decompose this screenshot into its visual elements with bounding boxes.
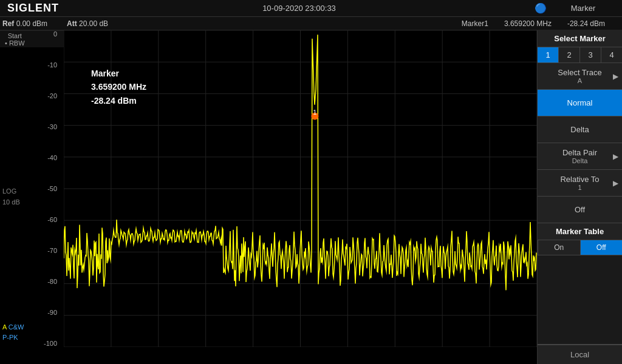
- start-label: Start: [8, 32, 22, 39]
- logo: SIGLENT: [0, 2, 66, 15]
- delta-btn[interactable]: Delta: [538, 116, 622, 143]
- marker-buttons: 1 2 3 4: [538, 47, 622, 63]
- marker-table-off-btn[interactable]: Off: [580, 240, 623, 255]
- datetime: 10-09-2020 23:00:33: [66, 4, 532, 13]
- delta-pair-btn[interactable]: Delta Pair Delta ▶: [538, 143, 622, 170]
- start-rbw-label: • RBW: [5, 39, 25, 47]
- sidebar-title-top: Marker: [549, 4, 622, 13]
- main-area: 0 -10 -20 -30 -40 -50 -60 -70 -80 -90 -1…: [0, 30, 622, 364]
- relative-to-btn[interactable]: Relative To 1 ▶: [538, 170, 622, 197]
- top-bar: SIGLENT 10-09-2020 23:00:33 🔵 Marker: [0, 0, 622, 17]
- marker-table-on-btn[interactable]: On: [538, 240, 580, 255]
- mode-labels: LOG 10 dB: [2, 186, 20, 207]
- normal-btn[interactable]: Normal: [538, 90, 622, 116]
- yaxis: 0 -10 -20 -30 -40 -50 -60 -70 -80 -90 -1…: [43, 30, 58, 347]
- chart-container: 0 -10 -20 -30 -40 -50 -60 -70 -80 -90 -1…: [0, 30, 537, 364]
- relative-to-arrow-icon: ▶: [613, 179, 618, 187]
- sidebar-footer: Local: [538, 344, 622, 364]
- marker-info: Marker1 3.659200 MHz -28.24 dBm: [462, 19, 615, 28]
- off-btn[interactable]: Off: [538, 197, 622, 223]
- marker-btn-3[interactable]: 3: [580, 47, 601, 62]
- delta-pair-arrow-icon: ▶: [613, 152, 618, 161]
- sidebar: Select Marker 1 2 3 4 Select Trace A ▶ N…: [537, 30, 622, 364]
- marker-btn-4[interactable]: 4: [601, 47, 622, 62]
- spectrum-canvas: [64, 30, 537, 347]
- select-marker-label: Select Marker: [538, 30, 622, 47]
- trace-label: A C&W P-PK: [2, 322, 24, 342]
- select-trace-arrow-icon: ▶: [613, 72, 618, 81]
- marker-table-label: Marker Table: [538, 223, 622, 240]
- select-trace-btn[interactable]: Select Trace A ▶: [538, 63, 622, 90]
- marker-table-row: On Off: [538, 240, 622, 255]
- usb-icon: 🔵: [532, 0, 549, 17]
- local-btn[interactable]: Local: [538, 345, 622, 364]
- att-label: Att 20.00 dB: [67, 19, 118, 28]
- marker-btn-1[interactable]: 1: [538, 47, 559, 62]
- info-bar: Ref 0.00 dBm Att 20.00 dB Marker1 3.6592…: [0, 17, 622, 30]
- start-section: Start • RBW: [5, 32, 25, 47]
- marker-btn-2[interactable]: 2: [559, 47, 580, 62]
- ref-label: Ref 0.00 dBm: [2, 19, 57, 28]
